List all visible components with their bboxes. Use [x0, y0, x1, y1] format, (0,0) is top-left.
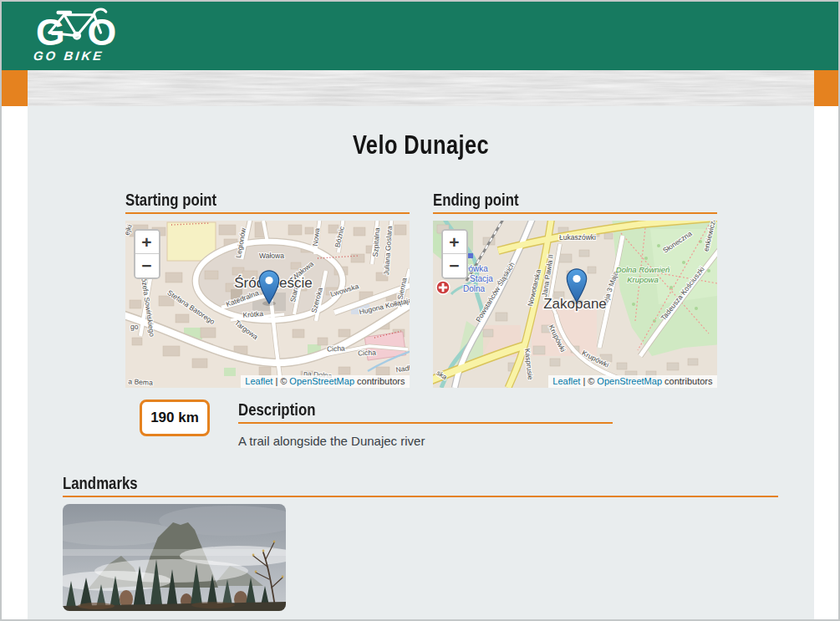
description-heading: Description — [238, 400, 613, 424]
attribution-separator: | — [583, 376, 585, 386]
park-label: Krupowa — [627, 275, 659, 284]
landmarks-heading: Landmarks — [63, 473, 778, 497]
maps-row: Starting point — [28, 190, 814, 388]
brand-logo[interactable]: G O GO BIKE — [33, 6, 120, 64]
end-point-map[interactable]: Łukaszówki Powstańców Śląskich Nowotarsk… — [433, 221, 717, 388]
top-header: G O GO BIKE — [2, 2, 838, 70]
map-attribution: Leaflet | © OpenStreetMap contributors — [548, 375, 716, 388]
osm-link[interactable]: OpenStreetMap — [597, 376, 662, 386]
landmarks-section: Landmarks — [63, 473, 778, 611]
hospital-icon — [436, 281, 450, 294]
street-label: a Bema — [128, 377, 153, 387]
page-title-text: Velo Dunajec — [353, 130, 489, 160]
ending-point-heading: Ending point — [433, 190, 717, 214]
starting-point-section: Starting point — [125, 190, 410, 388]
starting-point-heading-text: Starting point — [125, 190, 216, 211]
zoom-control: + − — [441, 229, 468, 279]
station-label: Stacja — [470, 274, 493, 283]
meta-row: 190 km Description A trail alongside the… — [140, 400, 814, 448]
leaflet-link[interactable]: Leaflet — [552, 376, 580, 386]
zoom-control: + − — [134, 229, 160, 279]
description-text: A trail alongside the Dunajec river — [238, 434, 613, 448]
zoom-in-button[interactable]: + — [135, 231, 159, 254]
description-heading-text: Description — [238, 400, 315, 420]
description-section: Description A trail alongside the Dunaje… — [238, 400, 613, 448]
brand-name: GO BIKE — [33, 48, 104, 63]
landmarks-heading-text: Landmarks — [63, 473, 138, 494]
copyright-symbol: © — [588, 376, 594, 386]
attribution-suffix: contributors — [357, 376, 405, 386]
distance-badge: 190 km — [140, 400, 210, 436]
zoom-out-button[interactable]: − — [443, 254, 466, 277]
district-label: Łukaszówki — [559, 233, 596, 242]
zoom-out-button[interactable]: − — [135, 254, 159, 277]
hero-texture-image — [28, 70, 814, 106]
attribution-suffix: contributors — [664, 376, 712, 386]
landmark-photo — [63, 504, 286, 611]
ending-point-section: Ending point — [433, 190, 717, 388]
osm-link[interactable]: OpenStreetMap — [289, 376, 354, 386]
starting-point-heading: Starting point — [125, 190, 410, 214]
map-attribution: Leaflet | © OpenStreetMap contributors — [241, 375, 409, 388]
copyright-symbol: © — [280, 376, 287, 386]
street-label: Cicha — [326, 344, 344, 353]
street-label: Nadb — [395, 364, 409, 374]
zoom-in-button[interactable]: + — [443, 231, 466, 254]
hero-strip — [2, 70, 838, 106]
street-label: Wałowa — [259, 252, 284, 260]
street-label: go — [130, 323, 139, 331]
main-content: Velo Dunajec Starting point — [28, 106, 814, 619]
leaflet-link[interactable]: Leaflet — [245, 376, 272, 386]
page: G O GO BIKE — [0, 0, 840, 621]
station-label: Dolna — [462, 284, 485, 293]
page-title: Velo Dunajec — [28, 106, 814, 161]
start-point-map[interactable]: Wałowa Legionów Nowa Bóżnic Szpitalna Ju… — [125, 221, 410, 388]
ending-point-heading-text: Ending point — [433, 190, 519, 211]
station-label: łówka — [466, 264, 488, 273]
street-label: Cicha — [357, 349, 375, 358]
bike-logo-icon: G O — [33, 6, 120, 48]
park-label: Dolna Równień — [615, 265, 669, 274]
attribution-separator: | — [275, 376, 277, 386]
